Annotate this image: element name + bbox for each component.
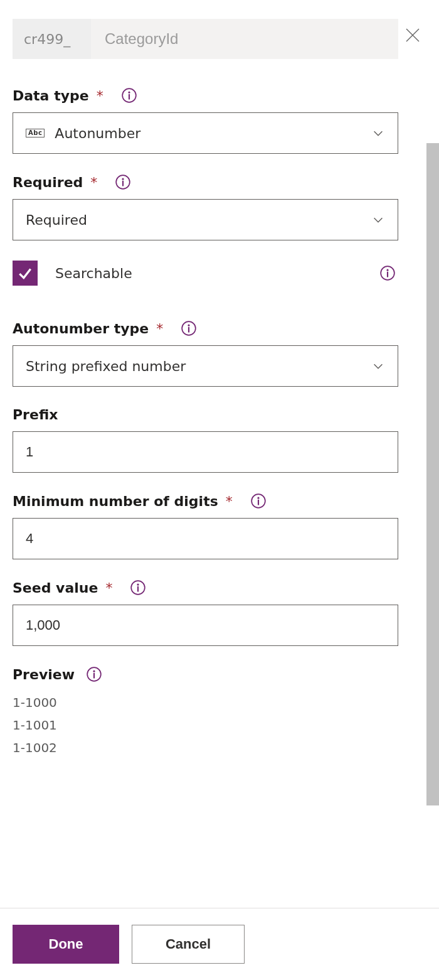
preview-line: 1-1002 — [13, 736, 398, 759]
svg-point-12 — [188, 325, 190, 326]
autonumber-type-label: Autonumber type — [13, 321, 149, 337]
min-digits-input[interactable] — [13, 518, 398, 559]
required-value: Required — [26, 212, 87, 228]
prefix-label: Prefix — [13, 407, 58, 423]
cancel-button[interactable]: Cancel — [132, 925, 245, 964]
preview-line: 1-1001 — [13, 714, 398, 736]
chevron-down-icon — [371, 213, 385, 227]
chevron-down-icon — [371, 359, 385, 373]
svg-point-9 — [386, 269, 388, 271]
min-digits-label: Minimum number of digits — [13, 493, 218, 509]
required-star-icon: * — [97, 88, 103, 104]
info-icon[interactable] — [181, 320, 197, 337]
text-type-icon: Abc — [26, 129, 45, 137]
required-label: Required — [13, 175, 83, 190]
preview-list: 1-1000 1-1001 1-1002 — [13, 691, 398, 759]
svg-point-15 — [257, 497, 259, 499]
prefix-input[interactable] — [13, 431, 398, 473]
data-type-dropdown[interactable]: Abc Autonumber — [13, 112, 398, 154]
svg-point-3 — [128, 92, 130, 94]
info-icon[interactable] — [250, 493, 267, 509]
svg-rect-10 — [387, 272, 388, 277]
svg-point-18 — [137, 584, 139, 586]
check-icon — [17, 265, 33, 281]
svg-point-21 — [93, 670, 95, 672]
svg-rect-16 — [258, 500, 259, 505]
schema-name-input[interactable] — [105, 19, 384, 59]
svg-rect-22 — [93, 673, 95, 679]
autonumber-type-dropdown[interactable]: String prefixed number — [13, 345, 398, 387]
svg-rect-4 — [129, 94, 130, 100]
required-star-icon: * — [156, 321, 163, 337]
required-star-icon: * — [105, 580, 112, 596]
svg-rect-19 — [137, 586, 139, 592]
data-type-value: Autonumber — [55, 126, 140, 141]
seed-value-label: Seed value — [13, 580, 98, 596]
data-type-label: Data type — [13, 88, 89, 104]
footer-bar: Done Cancel — [0, 908, 439, 980]
searchable-label: Searchable — [55, 266, 132, 281]
info-icon[interactable] — [86, 666, 102, 682]
chevron-down-icon — [371, 126, 385, 140]
preview-line: 1-1000 — [13, 691, 398, 714]
schema-name-row: cr499_ — [13, 19, 398, 59]
close-button[interactable] — [404, 26, 421, 44]
required-dropdown[interactable]: Required — [13, 199, 398, 240]
close-icon — [404, 26, 421, 44]
autonumber-type-value: String prefixed number — [26, 358, 186, 374]
required-star-icon: * — [226, 493, 233, 509]
scrollbar-thumb[interactable] — [426, 143, 439, 805]
done-button[interactable]: Done — [13, 925, 119, 964]
svg-rect-13 — [188, 327, 189, 333]
info-icon[interactable] — [130, 579, 146, 596]
required-star-icon: * — [90, 175, 97, 190]
info-icon[interactable] — [115, 174, 131, 190]
seed-value-input[interactable] — [13, 605, 398, 646]
info-icon[interactable] — [121, 87, 137, 104]
searchable-checkbox[interactable] — [13, 261, 38, 286]
preview-label: Preview — [13, 667, 75, 682]
svg-rect-7 — [122, 181, 124, 186]
schema-name-prefix: cr499_ — [13, 19, 91, 59]
svg-point-6 — [122, 178, 124, 180]
info-icon[interactable] — [379, 265, 396, 281]
